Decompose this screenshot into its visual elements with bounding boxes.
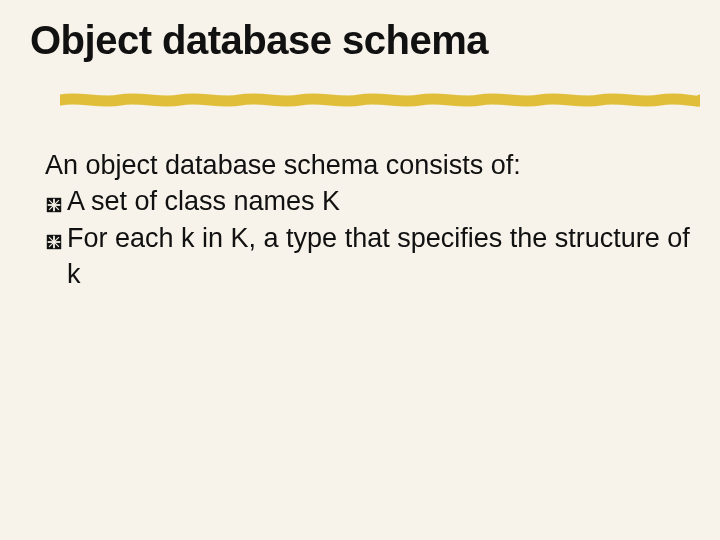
slide-container: Object database schema An object databas… <box>0 0 720 540</box>
bullet-text: For each k in K, a type that specifies t… <box>67 220 690 293</box>
bullet-text: A set of class names K <box>67 183 690 219</box>
bullet-icon <box>45 220 67 256</box>
bullet-item: A set of class names K <box>45 183 690 219</box>
slide-title: Object database schema <box>30 18 690 63</box>
divider-line <box>60 93 700 107</box>
slide-body: An object database schema consists of: A… <box>45 147 690 293</box>
bullet-item: For each k in K, a type that specifies t… <box>45 220 690 293</box>
bullet-icon <box>45 183 67 219</box>
intro-text: An object database schema consists of: <box>45 147 690 183</box>
